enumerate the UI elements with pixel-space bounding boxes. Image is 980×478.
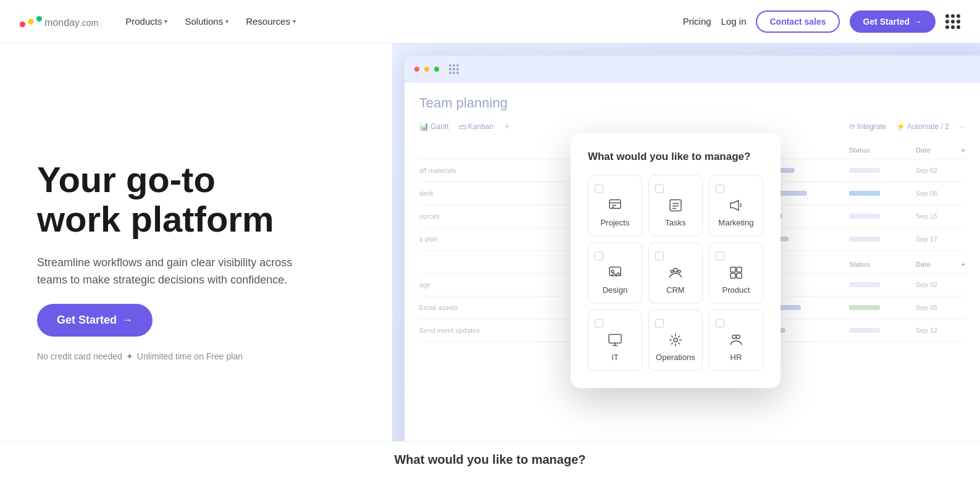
- nav-left: monday.com Products ▾ Solutions ▾ Resour…: [20, 11, 303, 31]
- modal-item-operations[interactable]: Operations: [648, 310, 703, 371]
- automate-tab[interactable]: ⚡ Automate / 2: [896, 122, 949, 131]
- modal-item-projects[interactable]: Projects: [588, 175, 642, 237]
- dashboard-header: [404, 56, 980, 83]
- modal-options-grid: Projects Tasks: [588, 175, 763, 371]
- hr-checkbox[interactable]: [716, 319, 724, 328]
- modal-overlay: What would you like to manage? Projects: [571, 133, 781, 388]
- projects-checkbox[interactable]: [595, 185, 603, 193]
- operations-icon: [668, 333, 683, 348]
- modal-item-it[interactable]: IT: [588, 310, 642, 371]
- svg-rect-4: [609, 200, 621, 209]
- hr-label: HR: [731, 353, 742, 362]
- more-options-icon[interactable]: ···: [959, 122, 965, 131]
- crm-icon: [668, 266, 683, 280]
- operations-checkbox[interactable]: [655, 319, 664, 328]
- operations-label: Operations: [656, 353, 695, 362]
- svg-point-27: [736, 335, 740, 339]
- svg-rect-8: [670, 200, 681, 211]
- integrate-tab[interactable]: ⟳ Integrate: [849, 122, 887, 131]
- design-label: Design: [603, 285, 627, 295]
- tasks-icon: [668, 198, 683, 213]
- pricing-link[interactable]: Pricing: [683, 16, 711, 27]
- svg-point-0: [20, 22, 25, 27]
- apps-grid-icon[interactable]: [945, 14, 960, 29]
- svg-point-2: [36, 16, 42, 22]
- nav-solutions[interactable]: Solutions ▾: [177, 11, 236, 31]
- navbar: monday.com Products ▾ Solutions ▾ Resour…: [0, 0, 980, 43]
- nav-products[interactable]: Products ▾: [118, 11, 175, 31]
- logo-text: monday.com: [44, 14, 98, 30]
- add-tab[interactable]: ＋: [503, 121, 511, 132]
- get-started-hero-button[interactable]: Get Started →: [37, 304, 153, 337]
- modal-item-marketing[interactable]: Marketing: [709, 175, 763, 237]
- dashboard-tabs: 📊 Gantt 🗃 Kanban ＋ ⟳ Integrate ⚡ Automat…: [419, 121, 965, 132]
- tasks-label: Tasks: [665, 218, 685, 227]
- hero-note: No credit card needed ✦ Unlimited time o…: [37, 351, 453, 361]
- svg-point-17: [678, 270, 681, 273]
- modal-item-crm[interactable]: CRM: [648, 243, 703, 304]
- what-to-manage-modal: What would you like to manage? Projects: [571, 133, 781, 388]
- hero-section: Your go-to work platform Streamline work…: [0, 43, 490, 478]
- svg-point-14: [611, 270, 614, 273]
- hero-title: Your go-to work platform: [37, 160, 453, 239]
- svg-point-25: [674, 338, 677, 342]
- svg-point-26: [732, 335, 736, 339]
- chevron-down-icon: ▾: [293, 18, 296, 25]
- svg-rect-19: [737, 267, 742, 272]
- nav-right: Pricing Log in Contact sales Get Started…: [683, 10, 960, 33]
- chevron-down-icon: ▾: [225, 18, 228, 25]
- product-checkbox[interactable]: [716, 252, 724, 261]
- modal-item-design[interactable]: Design: [588, 243, 642, 304]
- projects-label: Projects: [600, 218, 629, 227]
- svg-rect-22: [609, 335, 621, 343]
- it-checkbox[interactable]: [595, 319, 603, 328]
- hr-icon: [729, 333, 743, 348]
- svg-rect-21: [737, 274, 742, 279]
- crm-checkbox[interactable]: [655, 252, 664, 261]
- main-content: Your go-to work platform Streamline work…: [0, 43, 980, 478]
- get-started-nav-button[interactable]: Get Started →: [850, 10, 936, 33]
- chevron-down-icon: ▾: [164, 18, 167, 25]
- marketing-checkbox[interactable]: [716, 185, 724, 193]
- hero-subtitle: Streamline workflows and gain clear visi…: [37, 254, 309, 290]
- svg-point-16: [671, 270, 673, 273]
- modal-title: What would you like to manage?: [588, 151, 763, 163]
- product-label: Product: [722, 285, 750, 295]
- it-icon: [608, 333, 622, 348]
- tasks-checkbox[interactable]: [655, 185, 664, 193]
- it-label: IT: [611, 353, 619, 362]
- contact-sales-button[interactable]: Contact sales: [756, 10, 839, 33]
- marketing-label: Marketing: [718, 218, 753, 227]
- projects-icon: [608, 198, 622, 213]
- modal-item-product[interactable]: Product: [709, 243, 763, 304]
- modal-item-hr[interactable]: HR: [709, 310, 763, 371]
- product-icon: [729, 266, 743, 280]
- logo[interactable]: monday.com: [20, 14, 98, 30]
- dashboard-title: Team planning: [419, 95, 965, 111]
- svg-point-15: [674, 269, 677, 272]
- design-checkbox[interactable]: [595, 252, 603, 261]
- nav-resources[interactable]: Resources ▾: [238, 11, 303, 31]
- svg-marker-12: [731, 201, 739, 211]
- crm-label: CRM: [666, 285, 685, 295]
- login-link[interactable]: Log in: [721, 16, 747, 27]
- nav-links: Products ▾ Solutions ▾ Resources ▾: [118, 11, 303, 31]
- marketing-icon: [729, 198, 743, 213]
- modal-item-tasks[interactable]: Tasks: [648, 175, 703, 237]
- svg-rect-18: [731, 267, 735, 272]
- svg-rect-20: [731, 274, 735, 279]
- design-icon: [608, 266, 622, 280]
